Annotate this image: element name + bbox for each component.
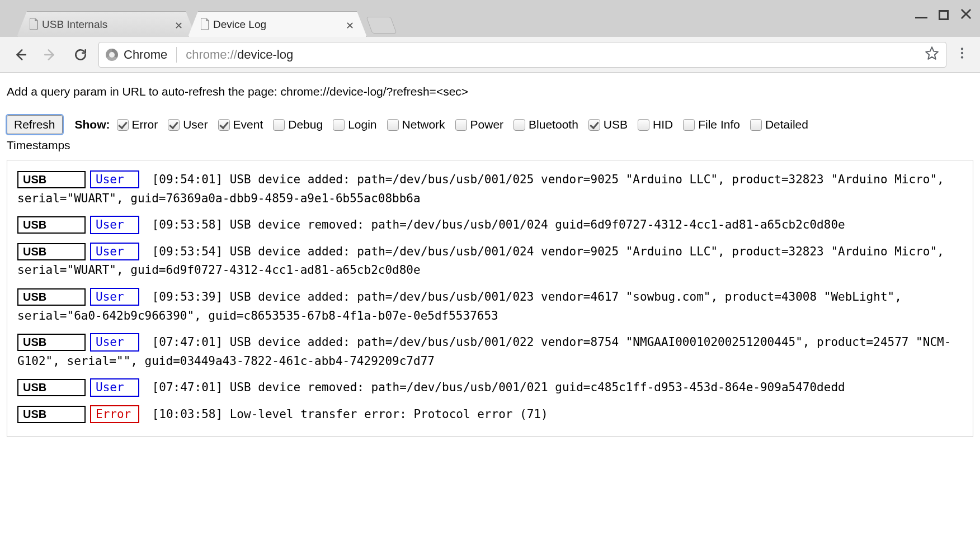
filter-label: Error (132, 118, 158, 131)
filter-event[interactable]: Event (218, 118, 263, 131)
log-type-tag: USB (17, 243, 86, 260)
log-type-tag: USB (17, 406, 86, 423)
log-level-tag: User (90, 378, 139, 396)
log-type-tag: USB (17, 171, 86, 188)
log-text: [09:53:58] USB device removed: path=/dev… (145, 218, 845, 231)
tab-title: Device Log (213, 18, 266, 31)
filter-label: USB (604, 118, 628, 131)
timestamps-label: Timestamps (7, 139, 973, 152)
filter-detailed[interactable]: Detailed (750, 118, 808, 131)
tab-close-icon[interactable]: ✕ (175, 20, 183, 32)
tabs-area: USB Internals ✕ Device Log ✕ (0, 0, 980, 37)
omnibox[interactable]: Chrome chrome://device-log (98, 42, 946, 68)
filter-checkbox[interactable] (333, 119, 345, 131)
log-entry: USBUser [09:53:54] USB device added: pat… (17, 243, 963, 280)
log-type-tag: USB (17, 288, 86, 306)
filter-bluetooth[interactable]: Bluetooth (513, 118, 578, 131)
filter-checkbox[interactable] (513, 119, 525, 131)
log-text: [07:47:01] USB device added: path=/dev/b… (17, 335, 951, 368)
filter-file-info[interactable]: File Info (683, 118, 740, 131)
close-window-icon[interactable] (960, 8, 972, 22)
svg-point-0 (961, 48, 963, 50)
menu-button[interactable] (952, 46, 972, 63)
filter-checkbox[interactable] (387, 119, 399, 131)
kebab-menu-icon (955, 46, 969, 63)
filter-label: Power (470, 118, 504, 131)
svg-point-1 (961, 52, 963, 54)
log-entry: USBUser [07:47:01] USB device added: pat… (17, 333, 963, 371)
maximize-icon[interactable] (939, 10, 949, 20)
filter-label: Detailed (765, 118, 808, 131)
log-container: USBUser [09:54:01] USB device added: pat… (7, 160, 973, 437)
tab-usb-internals[interactable]: USB Internals ✕ (17, 11, 196, 37)
log-level-tag: User (90, 333, 139, 351)
log-type-tag: USB (17, 334, 86, 351)
log-level-tag: User (90, 243, 139, 260)
log-entry: USBUser [09:53:39] USB device added: pat… (17, 288, 963, 325)
filter-user[interactable]: User (168, 118, 208, 131)
refresh-button[interactable]: Refresh (7, 115, 63, 134)
omnibox-scheme: Chrome (124, 48, 167, 62)
filter-usb[interactable]: USB (588, 118, 628, 131)
page-content: Add a query param in URL to auto-refresh… (0, 73, 980, 449)
log-level-tag: User (90, 216, 139, 234)
auto-refresh-hint: Add a query param in URL to auto-refresh… (7, 85, 973, 98)
filter-checkbox[interactable] (218, 119, 230, 131)
log-type-tag: USB (17, 216, 86, 234)
log-level-tag: User (90, 288, 139, 306)
controls-row: Refresh Show: ErrorUserEventDebugLoginNe… (7, 115, 973, 134)
log-text: [10:03:58] Low-level transfer error: Pro… (145, 407, 548, 421)
svg-point-2 (961, 56, 963, 58)
filter-checkbox[interactable] (750, 119, 762, 131)
log-level-tag: User (90, 170, 139, 188)
filter-error[interactable]: Error (117, 118, 158, 131)
filter-label: HID (653, 118, 673, 131)
filter-network[interactable]: Network (387, 118, 445, 131)
log-level-tag: Error (90, 405, 139, 423)
bookmark-star-icon[interactable] (925, 46, 939, 64)
filter-checkbox[interactable] (117, 119, 129, 131)
omnibox-url: device-log (237, 48, 293, 61)
filter-checkbox[interactable] (588, 119, 600, 131)
tab-title: USB Internals (42, 18, 107, 31)
reload-button[interactable] (68, 42, 93, 67)
filter-checkbox[interactable] (273, 119, 285, 131)
filter-label: User (183, 118, 208, 131)
tab-device-log[interactable]: Device Log ✕ (188, 11, 367, 37)
filter-label: Debug (288, 118, 323, 131)
filter-power[interactable]: Power (455, 118, 504, 131)
log-entry: USBError [10:03:58] Low-level transfer e… (17, 405, 963, 424)
log-entry: USBUser [09:53:58] USB device removed: p… (17, 216, 963, 235)
tab-close-icon[interactable]: ✕ (346, 20, 354, 32)
filter-label: File Info (698, 118, 740, 131)
minimize-icon[interactable] (915, 12, 927, 18)
log-type-tag: USB (17, 379, 86, 396)
filter-checkbox[interactable] (683, 119, 695, 131)
filter-checkbox[interactable] (168, 119, 180, 131)
filter-label: Event (233, 118, 263, 131)
filter-checkbox[interactable] (455, 119, 467, 131)
file-icon (201, 18, 210, 30)
show-label: Show: (75, 118, 110, 131)
toolbar: Chrome chrome://device-log (0, 37, 980, 73)
new-tab-button[interactable] (366, 17, 397, 34)
titlebar: USB Internals ✕ Device Log ✕ (0, 0, 980, 37)
filter-label: Network (402, 118, 445, 131)
omnibox-separator (176, 47, 177, 63)
window-controls (915, 8, 972, 22)
filter-label: Bluetooth (529, 118, 578, 131)
chrome-icon (106, 49, 118, 61)
filter-login[interactable]: Login (333, 118, 376, 131)
filter-checkbox[interactable] (638, 119, 649, 131)
log-text: [07:47:01] USB device removed: path=/dev… (145, 381, 845, 394)
log-text: [09:53:54] USB device added: path=/dev/b… (17, 245, 944, 277)
filter-debug[interactable]: Debug (273, 118, 323, 131)
file-icon (30, 18, 39, 30)
log-text: [09:54:01] USB device added: path=/dev/b… (17, 173, 944, 205)
filter-hid[interactable]: HID (638, 118, 673, 131)
log-text: [09:53:39] USB device added: path=/dev/b… (17, 290, 902, 322)
log-entry: USBUser [07:47:01] USB device removed: p… (17, 378, 963, 397)
forward-button[interactable] (38, 42, 63, 67)
filter-label: Login (348, 118, 376, 131)
back-button[interactable] (8, 42, 32, 67)
